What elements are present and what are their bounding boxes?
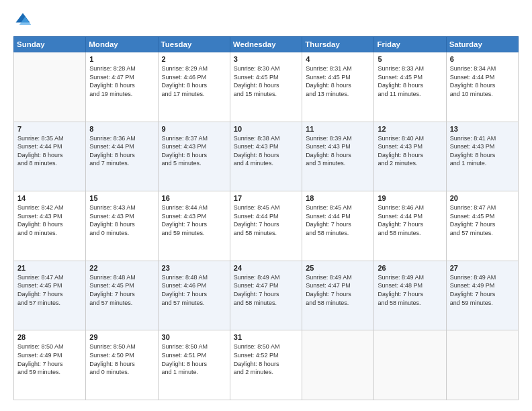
day-number: 1 bbox=[89, 55, 154, 63]
day-info: Sunrise: 8:33 AM Sunset: 4:45 PM Dayligh… bbox=[378, 64, 442, 98]
day-number: 29 bbox=[89, 333, 154, 341]
table-row: 7Sunrise: 8:35 AM Sunset: 4:44 PM Daylig… bbox=[14, 122, 86, 191]
day-number: 31 bbox=[234, 333, 298, 341]
day-info: Sunrise: 8:49 AM Sunset: 4:47 PM Dayligh… bbox=[234, 273, 298, 307]
day-number: 16 bbox=[162, 194, 226, 202]
table-row: 8Sunrise: 8:36 AM Sunset: 4:44 PM Daylig… bbox=[86, 122, 158, 191]
table-row: 25Sunrise: 8:49 AM Sunset: 4:47 PM Dayli… bbox=[302, 261, 374, 330]
day-header-tuesday: Tuesday bbox=[158, 37, 230, 52]
day-info: Sunrise: 8:36 AM Sunset: 4:44 PM Dayligh… bbox=[89, 134, 154, 168]
day-info: Sunrise: 8:44 AM Sunset: 4:43 PM Dayligh… bbox=[162, 203, 226, 237]
day-number: 8 bbox=[89, 125, 154, 133]
day-info: Sunrise: 8:40 AM Sunset: 4:43 PM Dayligh… bbox=[378, 134, 442, 168]
day-number: 24 bbox=[234, 264, 298, 272]
day-number: 7 bbox=[17, 125, 82, 133]
table-row: 26Sunrise: 8:49 AM Sunset: 4:48 PM Dayli… bbox=[374, 261, 446, 330]
day-info: Sunrise: 8:50 AM Sunset: 4:52 PM Dayligh… bbox=[234, 342, 298, 376]
day-info: Sunrise: 8:47 AM Sunset: 4:45 PM Dayligh… bbox=[450, 203, 515, 237]
day-info: Sunrise: 8:29 AM Sunset: 4:46 PM Dayligh… bbox=[162, 64, 226, 98]
table-row bbox=[446, 330, 518, 400]
table-row: 15Sunrise: 8:43 AM Sunset: 4:43 PM Dayli… bbox=[86, 191, 158, 261]
table-row: 9Sunrise: 8:37 AM Sunset: 4:43 PM Daylig… bbox=[158, 122, 230, 191]
table-row: 18Sunrise: 8:45 AM Sunset: 4:44 PM Dayli… bbox=[302, 191, 374, 261]
day-info: Sunrise: 8:49 AM Sunset: 4:47 PM Dayligh… bbox=[306, 273, 370, 307]
day-number: 23 bbox=[162, 264, 226, 272]
table-row: 23Sunrise: 8:48 AM Sunset: 4:46 PM Dayli… bbox=[158, 261, 230, 330]
day-number: 22 bbox=[89, 264, 154, 272]
day-number: 3 bbox=[234, 55, 298, 63]
day-info: Sunrise: 8:45 AM Sunset: 4:44 PM Dayligh… bbox=[234, 203, 298, 237]
table-row bbox=[14, 52, 86, 122]
day-info: Sunrise: 8:48 AM Sunset: 4:45 PM Dayligh… bbox=[89, 273, 154, 307]
day-number: 4 bbox=[306, 55, 370, 63]
table-row: 16Sunrise: 8:44 AM Sunset: 4:43 PM Dayli… bbox=[158, 191, 230, 261]
day-header-saturday: Saturday bbox=[446, 37, 518, 52]
day-header-friday: Friday bbox=[374, 37, 446, 52]
day-number: 30 bbox=[162, 333, 226, 341]
day-number: 13 bbox=[450, 125, 515, 133]
day-info: Sunrise: 8:46 AM Sunset: 4:44 PM Dayligh… bbox=[378, 203, 442, 237]
table-row: 2Sunrise: 8:29 AM Sunset: 4:46 PM Daylig… bbox=[158, 52, 230, 122]
page-header bbox=[13, 11, 519, 30]
table-row: 31Sunrise: 8:50 AM Sunset: 4:52 PM Dayli… bbox=[230, 330, 302, 400]
table-row: 29Sunrise: 8:50 AM Sunset: 4:50 PM Dayli… bbox=[86, 330, 158, 400]
day-number: 15 bbox=[89, 194, 154, 202]
day-number: 12 bbox=[378, 125, 442, 133]
table-row: 14Sunrise: 8:42 AM Sunset: 4:43 PM Dayli… bbox=[14, 191, 86, 261]
day-info: Sunrise: 8:38 AM Sunset: 4:43 PM Dayligh… bbox=[234, 134, 298, 168]
day-info: Sunrise: 8:42 AM Sunset: 4:43 PM Dayligh… bbox=[17, 203, 82, 237]
day-number: 9 bbox=[162, 125, 226, 133]
table-row: 21Sunrise: 8:47 AM Sunset: 4:45 PM Dayli… bbox=[14, 261, 86, 330]
table-row: 13Sunrise: 8:41 AM Sunset: 4:43 PM Dayli… bbox=[446, 122, 518, 191]
day-header-sunday: Sunday bbox=[14, 37, 86, 52]
day-number: 27 bbox=[450, 264, 515, 272]
table-row: 19Sunrise: 8:46 AM Sunset: 4:44 PM Dayli… bbox=[374, 191, 446, 261]
day-info: Sunrise: 8:50 AM Sunset: 4:50 PM Dayligh… bbox=[89, 342, 154, 376]
day-number: 19 bbox=[378, 194, 442, 202]
day-number: 28 bbox=[17, 333, 82, 341]
day-info: Sunrise: 8:28 AM Sunset: 4:47 PM Dayligh… bbox=[89, 64, 154, 98]
day-info: Sunrise: 8:49 AM Sunset: 4:49 PM Dayligh… bbox=[450, 273, 515, 307]
day-number: 18 bbox=[306, 194, 370, 202]
day-number: 25 bbox=[306, 264, 370, 272]
table-row: 22Sunrise: 8:48 AM Sunset: 4:45 PM Dayli… bbox=[86, 261, 158, 330]
day-info: Sunrise: 8:50 AM Sunset: 4:51 PM Dayligh… bbox=[162, 342, 226, 376]
table-row: 10Sunrise: 8:38 AM Sunset: 4:43 PM Dayli… bbox=[230, 122, 302, 191]
day-info: Sunrise: 8:48 AM Sunset: 4:46 PM Dayligh… bbox=[162, 273, 226, 307]
day-info: Sunrise: 8:49 AM Sunset: 4:48 PM Dayligh… bbox=[378, 273, 442, 307]
day-info: Sunrise: 8:35 AM Sunset: 4:44 PM Dayligh… bbox=[17, 134, 82, 168]
table-row: 27Sunrise: 8:49 AM Sunset: 4:49 PM Dayli… bbox=[446, 261, 518, 330]
table-row: 17Sunrise: 8:45 AM Sunset: 4:44 PM Dayli… bbox=[230, 191, 302, 261]
table-row: 6Sunrise: 8:34 AM Sunset: 4:44 PM Daylig… bbox=[446, 52, 518, 122]
day-header-wednesday: Wednesday bbox=[230, 37, 302, 52]
logo bbox=[13, 11, 35, 30]
table-row: 24Sunrise: 8:49 AM Sunset: 4:47 PM Dayli… bbox=[230, 261, 302, 330]
table-row bbox=[374, 330, 446, 400]
table-row: 5Sunrise: 8:33 AM Sunset: 4:45 PM Daylig… bbox=[374, 52, 446, 122]
day-info: Sunrise: 8:47 AM Sunset: 4:45 PM Dayligh… bbox=[17, 273, 82, 307]
day-number: 21 bbox=[17, 264, 82, 272]
day-number: 14 bbox=[17, 194, 82, 202]
day-info: Sunrise: 8:34 AM Sunset: 4:44 PM Dayligh… bbox=[450, 64, 515, 98]
table-row: 20Sunrise: 8:47 AM Sunset: 4:45 PM Dayli… bbox=[446, 191, 518, 261]
day-info: Sunrise: 8:39 AM Sunset: 4:43 PM Dayligh… bbox=[306, 134, 370, 168]
day-number: 17 bbox=[234, 194, 298, 202]
day-number: 11 bbox=[306, 125, 370, 133]
day-info: Sunrise: 8:37 AM Sunset: 4:43 PM Dayligh… bbox=[162, 134, 226, 168]
table-row: 3Sunrise: 8:30 AM Sunset: 4:45 PM Daylig… bbox=[230, 52, 302, 122]
table-row: 1Sunrise: 8:28 AM Sunset: 4:47 PM Daylig… bbox=[86, 52, 158, 122]
day-number: 10 bbox=[234, 125, 298, 133]
day-header-monday: Monday bbox=[86, 37, 158, 52]
day-info: Sunrise: 8:31 AM Sunset: 4:45 PM Dayligh… bbox=[306, 64, 370, 98]
table-row: 12Sunrise: 8:40 AM Sunset: 4:43 PM Dayli… bbox=[374, 122, 446, 191]
day-number: 6 bbox=[450, 55, 515, 63]
logo-icon bbox=[13, 11, 32, 30]
day-info: Sunrise: 8:45 AM Sunset: 4:44 PM Dayligh… bbox=[306, 203, 370, 237]
table-row bbox=[302, 330, 374, 400]
table-row: 28Sunrise: 8:50 AM Sunset: 4:49 PM Dayli… bbox=[14, 330, 86, 400]
calendar-table: SundayMondayTuesdayWednesdayThursdayFrid… bbox=[13, 36, 519, 400]
table-row: 30Sunrise: 8:50 AM Sunset: 4:51 PM Dayli… bbox=[158, 330, 230, 400]
day-header-thursday: Thursday bbox=[302, 37, 374, 52]
table-row: 11Sunrise: 8:39 AM Sunset: 4:43 PM Dayli… bbox=[302, 122, 374, 191]
day-info: Sunrise: 8:30 AM Sunset: 4:45 PM Dayligh… bbox=[234, 64, 298, 98]
